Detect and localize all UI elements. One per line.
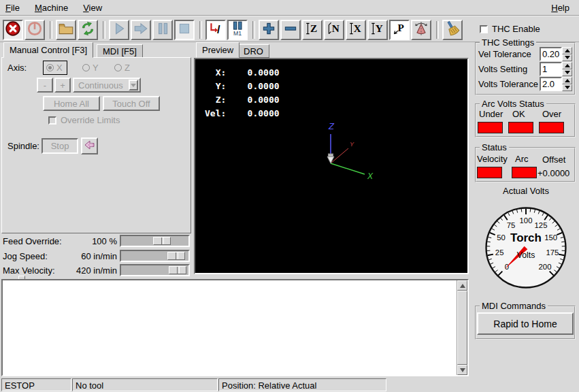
spin-up-button[interactable]	[562, 62, 572, 69]
view-x-button[interactable]: X	[346, 20, 366, 40]
clear-plot-button[interactable]	[442, 20, 463, 40]
volts-setting-spinbox[interactable]: 1	[540, 62, 572, 76]
spin-down-button[interactable]	[562, 54, 572, 62]
machine-power-button[interactable]	[24, 20, 45, 40]
volts-tolerance-spinbox[interactable]: 2.0	[540, 77, 572, 91]
feed-override-handle[interactable]	[153, 237, 171, 245]
thc-enable-box	[480, 25, 488, 33]
volts-tolerance-value[interactable]: 2.0	[540, 77, 562, 91]
svg-text:200: 200	[539, 263, 552, 271]
pause-button[interactable]	[152, 20, 173, 40]
tab-manual-control[interactable]: Manual Control [F3]	[3, 42, 93, 58]
radio-z-label: Z	[125, 63, 130, 73]
view-perspective-icon: P	[391, 20, 408, 39]
volts-setting-label: Volts Setting	[478, 64, 527, 74]
jog-speed-slider[interactable]	[120, 250, 190, 262]
menu-help[interactable]: Help	[551, 3, 569, 13]
home-all-button[interactable]: Home All	[43, 96, 100, 111]
svg-text:75: 75	[507, 221, 516, 229]
gauge-center-label: Torch	[510, 231, 542, 244]
scroll-down-button[interactable]	[457, 365, 467, 375]
thc-enable-checkbox[interactable]: THC Enable	[480, 24, 540, 34]
axis-radio-z[interactable]: Z	[114, 63, 130, 73]
rapid-to-home-button[interactable]: Rapid to Home	[477, 312, 574, 335]
toolbar-separator	[50, 21, 52, 39]
rotate-view-button[interactable]	[411, 20, 431, 40]
status-position: Position: Relative Actual	[218, 378, 386, 391]
jog-mode-dropdown[interactable]: Continuous	[73, 78, 141, 93]
spin-down-button[interactable]	[562, 69, 572, 77]
rapid-to-home-label: Rapid to Home	[493, 318, 557, 329]
tab-preview[interactable]: Preview	[196, 42, 239, 58]
message-log[interactable]	[1, 279, 469, 376]
linuxcnc-axis-window: File Machine View Help	[0, 0, 579, 392]
gauge-unit-label: Volts	[517, 250, 535, 260]
spindle-stop-button[interactable]: Stop	[42, 138, 78, 154]
feed-override-slider[interactable]	[120, 235, 190, 247]
skip-lines-icon: /	[208, 20, 224, 39]
svg-text:150: 150	[544, 233, 557, 242]
optional-stop-icon: M1	[229, 20, 246, 39]
status-estop: ESTOP	[1, 378, 71, 391]
step-button[interactable]	[131, 20, 151, 40]
axis-label: Axis:	[7, 63, 27, 73]
jog-plus-button[interactable]: +	[54, 78, 71, 93]
tab-dro[interactable]: DRO	[237, 44, 269, 58]
view-y-button[interactable]: Y	[367, 20, 388, 40]
tab-preview-label: Preview	[202, 45, 233, 55]
stop-button[interactable]	[174, 20, 195, 40]
zoom-out-button[interactable]	[280, 20, 301, 40]
velocity-label: Velocity	[477, 154, 508, 164]
view-perspective-button[interactable]: P	[389, 20, 410, 40]
max-velocity-slider[interactable]	[120, 264, 190, 276]
log-scrollbar[interactable]	[457, 280, 467, 375]
thc-enable-label: THC Enable	[492, 24, 540, 34]
spin-up-button[interactable]	[562, 77, 572, 84]
axis-radio-x[interactable]: X	[43, 61, 67, 75]
pause-icon	[154, 20, 171, 39]
spindle-brake-button[interactable]	[81, 137, 98, 154]
vel-tolerance-label: Vel Tolerance	[478, 49, 531, 59]
touch-off-button[interactable]: Touch Off	[103, 96, 160, 111]
y-axis-label: Y	[350, 141, 354, 148]
zoom-in-button[interactable]	[259, 20, 279, 40]
open-file-button[interactable]	[56, 20, 76, 40]
menu-machine[interactable]: Machine	[35, 3, 68, 13]
scrollbar-thumb[interactable]	[457, 291, 467, 365]
over-indicator	[539, 122, 564, 133]
run-button[interactable]	[109, 20, 129, 40]
power-icon	[27, 20, 43, 39]
step-arrow-icon	[133, 20, 149, 39]
status-title: Status	[480, 142, 509, 152]
vel-tolerance-spinbox[interactable]: 0.20	[540, 47, 572, 61]
spin-down-button[interactable]	[562, 84, 572, 92]
spin-up-button[interactable]	[562, 47, 572, 54]
axis-radio-y[interactable]: Y	[82, 63, 99, 73]
override-limits-checkbox[interactable]: Override Limits	[48, 115, 120, 125]
jog-speed-value: 60 in/min	[68, 251, 117, 261]
menu-view[interactable]: View	[83, 3, 102, 13]
view-z2-button[interactable]: N	[324, 20, 344, 40]
preview-canvas[interactable]: X: 0.0000 Y: 0.0000 Z: 0.0000 Vel: 0.000…	[194, 58, 469, 274]
toolbar-separator	[252, 21, 255, 39]
velocity-indicator	[477, 167, 502, 178]
jog-minus-button[interactable]: -	[37, 78, 53, 93]
volts-setting-value[interactable]: 1	[540, 62, 562, 76]
arc-volts-status-title: Arc Volts Status	[480, 99, 546, 109]
jog-speed-handle[interactable]	[167, 252, 185, 260]
optional-stop-button[interactable]: M1	[227, 20, 248, 40]
radio-z-indicator	[114, 64, 122, 71]
menu-file[interactable]: File	[5, 3, 20, 13]
vel-tolerance-value[interactable]: 0.20	[540, 47, 562, 61]
tab-mdi[interactable]: MDI [F5]	[97, 44, 143, 58]
scroll-up-button[interactable]	[457, 280, 467, 291]
estop-button[interactable]	[3, 20, 23, 40]
svg-text:N: N	[332, 22, 340, 34]
view-z-button[interactable]: Z	[302, 20, 322, 40]
touch-off-label: Touch Off	[112, 99, 150, 109]
skip-lines-button[interactable]: /	[205, 20, 226, 40]
play-icon	[111, 20, 127, 39]
reload-button[interactable]	[78, 20, 98, 40]
max-velocity-value: 420 in/min	[68, 265, 117, 276]
max-velocity-handle[interactable]	[169, 266, 186, 274]
